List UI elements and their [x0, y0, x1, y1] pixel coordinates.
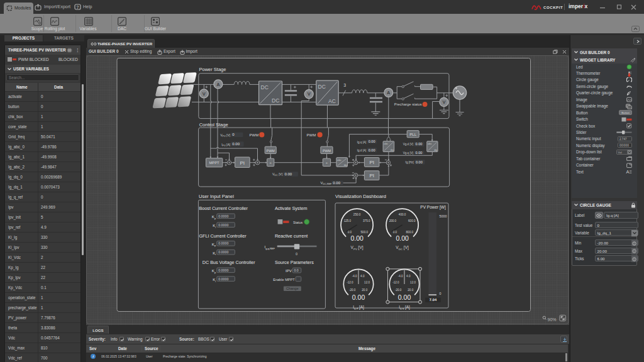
svg-text:PI: PI — [240, 160, 245, 166]
svg-text:0.0: 0.0 — [393, 231, 397, 234]
svg-text:0: 0 — [440, 292, 441, 295]
svg-text:0.0000: 0.0000 — [218, 241, 228, 245]
svg-text:Reactive current: Reactive current — [275, 233, 308, 239]
svg-text:VPV [V]: VPV [V] — [220, 133, 231, 138]
svg-text:V: V — [308, 91, 311, 97]
svg-text:Ig.d [A]: Ig.d [A] — [357, 149, 367, 152]
svg-text:PWM: PWM — [323, 149, 331, 153]
svg-text:Boost Current Controller: Boost Current Controller — [199, 206, 248, 211]
svg-text:V: V — [442, 99, 445, 105]
svg-text:0.00: 0.00 — [396, 234, 409, 242]
svg-text:3: 3 — [343, 83, 346, 87]
svg-text:Source Parameters: Source Parameters — [275, 260, 314, 265]
svg-text:DC: DC — [318, 84, 326, 90]
svg-text:fg [Hz]: fg [Hz] — [406, 161, 414, 164]
svg-text:800.0: 800.0 — [406, 231, 414, 234]
svg-text:0: 0 — [296, 252, 297, 256]
svg-text:0.00: 0.00 — [416, 142, 423, 146]
svg-text:0.00: 0.00 — [352, 293, 365, 301]
svg-text:7.04: 7.04 — [430, 298, 437, 302]
svg-text:375.0: 375.0 — [363, 219, 370, 222]
svg-text:20.0: 20.0 — [362, 288, 367, 292]
svg-text:A: A — [216, 82, 220, 87]
svg-text:5000: 5000 — [440, 214, 447, 218]
svg-text:12.0: 12.0 — [364, 281, 370, 284]
svg-text:IPV: IPV — [286, 269, 292, 273]
svg-text:-20.0: -20.0 — [349, 288, 356, 292]
svg-text:0.00: 0.00 — [284, 172, 292, 176]
svg-text:PLL: PLL — [409, 132, 417, 136]
svg-text:?: ? — [76, 5, 79, 9]
svg-text:90%: 90% — [548, 317, 557, 322]
svg-text:Status: Status — [293, 221, 303, 224]
svg-text:A: A — [626, 169, 630, 175]
svg-text:V: V — [203, 91, 206, 97]
svg-text:Enable MPPT: Enable MPPT — [273, 278, 295, 282]
svg-text:4.0: 4.0 — [406, 275, 411, 278]
svg-text:abc: abc — [428, 142, 432, 145]
svg-text:PI: PI — [369, 173, 374, 178]
svg-text:AC: AC — [328, 98, 336, 104]
svg-text:VDC [V]: VDC [V] — [272, 172, 283, 177]
svg-text:dq: dq — [391, 148, 394, 151]
svg-text:125.0: 125.0 — [344, 219, 352, 222]
svg-text:500.0: 500.0 — [361, 231, 369, 234]
svg-text:0.00: 0.00 — [350, 234, 364, 242]
svg-text:12.0: 12.0 — [410, 281, 416, 284]
svg-text:0.00: 0.00 — [333, 181, 340, 185]
svg-text:20.0: 20.0 — [408, 288, 413, 292]
svg-text:0.00: 0.00 — [232, 142, 240, 146]
svg-text:200.0: 200.0 — [389, 219, 397, 222]
svg-text:abc: abc — [337, 158, 341, 162]
svg-text:2.747: 2.747 — [619, 138, 627, 141]
svg-text:GFLI Current Controller: GFLI Current Controller — [199, 233, 247, 239]
svg-text:0.0000: 0.0000 — [218, 223, 228, 227]
svg-text:Power Stage: Power Stage — [199, 67, 226, 72]
svg-text:0.00: 0.00 — [416, 160, 423, 164]
svg-text:Control Stage: Control Stage — [199, 122, 228, 128]
svg-text:Val: Val — [618, 150, 622, 153]
svg-text:0.0000: 0.0000 — [218, 250, 228, 254]
svg-text:-12.0: -12.0 — [347, 281, 353, 284]
svg-text:DC: DC — [261, 84, 269, 90]
svg-text:Precharge status: Precharge status — [394, 102, 422, 106]
svg-text:0.0000: 0.0000 — [218, 268, 228, 272]
svg-text:0.0000: 0.0000 — [218, 214, 228, 218]
svg-text:PWM: PWM — [250, 133, 259, 137]
svg-text:PWM: PWM — [307, 133, 316, 137]
svg-text:PWM: PWM — [267, 149, 275, 153]
svg-text:Ig.q [A]: Ig.q [A] — [357, 141, 367, 144]
svg-text:0.0000: 0.0000 — [218, 277, 228, 281]
svg-text:MPPT: MPPT — [209, 161, 220, 165]
svg-text:DC: DC — [272, 97, 279, 104]
svg-text:-4.0: -4.0 — [398, 275, 403, 278]
svg-text:-20.0: -20.0 — [395, 288, 402, 292]
svg-text:00000: 00000 — [619, 144, 629, 147]
svg-text:250.0: 250.0 — [353, 213, 361, 216]
svg-text:Change: Change — [286, 287, 299, 290]
svg-text:dq: dq — [434, 148, 437, 151]
svg-text:dq: dq — [344, 163, 347, 167]
svg-text:0.00: 0.00 — [398, 293, 411, 301]
svg-text:-4.0: -4.0 — [352, 275, 357, 278]
svg-text:Activate System: Activate System — [275, 206, 308, 211]
svg-text:A: A — [387, 90, 391, 96]
svg-text:Vg.d [V]: Vg.d [V] — [403, 143, 413, 146]
svg-text:0.00: 0.00 — [416, 151, 423, 155]
svg-text:PI: PI — [369, 160, 374, 165]
svg-text:0.0: 0.0 — [294, 268, 298, 272]
svg-text:600.0: 600.0 — [408, 219, 416, 222]
svg-text:-12.0: -12.0 — [392, 281, 399, 284]
svg-text:Button: Button — [621, 111, 630, 114]
svg-text:0.00: 0.00 — [369, 148, 375, 152]
svg-text:Vg.q [V]: Vg.q [V] — [403, 151, 413, 155]
svg-text:4.0: 4.0 — [360, 275, 365, 278]
svg-text:PV Power [W]: PV Power [W] — [420, 205, 446, 210]
svg-text:User Input Panel: User Input Panel — [199, 194, 234, 199]
svg-text:abc: abc — [384, 142, 388, 145]
svg-text:0.00: 0.00 — [369, 140, 375, 143]
svg-text:400.0: 400.0 — [399, 213, 406, 216]
svg-text:DC Bus Voltage Controller: DC Bus Voltage Controller — [203, 260, 256, 265]
svg-text:Visualization Dashboard: Visualization Dashboard — [335, 194, 386, 199]
svg-text:0.0: 0.0 — [348, 231, 352, 234]
